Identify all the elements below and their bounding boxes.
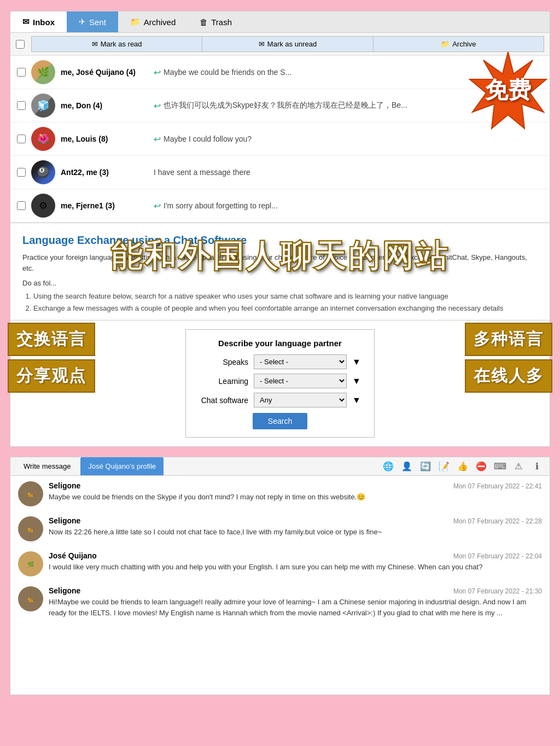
tab-sent[interactable]: ✈ Sent <box>67 11 118 32</box>
tab-archived[interactable]: 📁 Archived <box>118 11 188 32</box>
chat-msg-header-2: Seligone Mon 07 February 2022 - 22:28 <box>49 516 542 525</box>
chat-tab-group: Write message José Quijano's profile <box>16 457 164 475</box>
tab-inbox[interactable]: ✉ Inbox <box>10 11 67 32</box>
chat-time-3: Mon 07 February 2022 - 22:04 <box>453 552 542 560</box>
reply-icon-5: ↩ <box>154 201 161 211</box>
avatar-3: 🌺 <box>31 127 55 151</box>
select-all-checkbox[interactable] <box>16 40 25 49</box>
chat-text-3: I would like very much chatting with you… <box>49 562 542 573</box>
chat-message-4: 🐆 Seligone Mon 07 February 2022 - 21:30 … <box>18 586 542 618</box>
from-3: me, Louis (8) <box>61 135 148 143</box>
mark-read-icon: ✉ <box>92 40 98 48</box>
chat-sender-2: Seligone <box>49 516 80 525</box>
chat-msg-body-1: Seligone Mon 07 February 2022 - 22:41 Ma… <box>49 481 542 503</box>
inbox-message-row[interactable]: 🎱 Ant22, me (3) I have sent a message th… <box>10 156 550 189</box>
block-icon-btn[interactable]: ⛔ <box>474 459 488 474</box>
chat-msg-header-3: José Quijano Mon 07 February 2022 - 22:0… <box>49 551 542 560</box>
lang-steps: Using the search feature below, search f… <box>22 290 538 314</box>
tab-jose-profile[interactable]: José Quijano's profile <box>80 457 164 475</box>
info-icon-btn[interactable]: ℹ <box>530 459 544 474</box>
learning-select[interactable]: - Select - English Chinese Spanish <box>254 374 347 388</box>
preview-5: ↩ I'm sorry about forgetting to repl... <box>154 201 278 211</box>
chat-software-select[interactable]: Any Skype Hangouts <box>254 393 347 407</box>
preview-4: I have sent a message there <box>154 168 250 177</box>
chat-msg-body-3: José Quijano Mon 07 February 2022 - 22:0… <box>49 551 542 573</box>
warning-icon-btn[interactable]: ⚠ <box>511 459 526 474</box>
chat-avatar-2: 🐆 <box>18 516 43 541</box>
trash-icon: 🗑 <box>200 18 208 27</box>
search-button[interactable]: Search <box>253 413 307 429</box>
reply-icon-2: ↩ <box>154 101 161 111</box>
chat-avatar-3: 🌿 <box>18 551 43 576</box>
archive-icon: 📁 <box>130 17 141 27</box>
row-checkbox-3[interactable] <box>17 135 26 143</box>
search-form: Describe your language partner Speaks - … <box>185 329 375 438</box>
lang-step-1: Using the search feature below, search f… <box>33 290 538 302</box>
chat-sender-3: José Quijano <box>49 551 97 560</box>
reply-icon-3: ↩ <box>154 134 161 144</box>
tab-write-message[interactable]: Write message <box>16 457 78 475</box>
reply-icon-1: ↩ <box>154 67 161 78</box>
edit-icon-btn[interactable]: 📝 <box>437 459 451 474</box>
inbox-toolbar: ✉ Mark as read ✉ Mark as unread 📁 Archiv… <box>10 33 550 56</box>
row-checkbox-5[interactable] <box>17 201 26 210</box>
from-5: me, Fjerne1 (3) <box>61 201 148 210</box>
chat-msg-body-4: Seligone Mon 07 February 2022 - 21:30 Hi… <box>49 586 542 618</box>
search-form-title: Describe your language partner <box>199 339 361 348</box>
chat-message-1: 🐆 Seligone Mon 07 February 2022 - 22:41 … <box>18 481 542 506</box>
chat-text-1: Maybe we could be friends on the Skype i… <box>49 492 542 503</box>
chat-software-row: Chat software Any Skype Hangouts ▼ <box>199 393 361 407</box>
software-dropdown-icon: ▼ <box>352 395 361 405</box>
lang-do-as: Do as fol... <box>22 279 538 287</box>
chat-sender-1: Seligone <box>49 481 80 490</box>
chat-text-4: Hi!Maybe we could be friends to learn la… <box>49 597 542 618</box>
tab-trash[interactable]: 🗑 Trash <box>188 11 244 32</box>
learning-label: Learning <box>199 377 248 386</box>
row-checkbox-4[interactable] <box>17 168 26 177</box>
chat-sender-4: Seligone <box>49 586 80 595</box>
inbox-section: ✉ Inbox ✈ Sent 📁 Archived 🗑 Trash ✉ Mark… <box>10 11 550 223</box>
archive-button[interactable]: 📁 Archive <box>373 36 544 52</box>
chat-messages-container: 🐆 Seligone Mon 07 February 2022 - 22:41 … <box>10 476 550 695</box>
chat-time-4: Mon 07 February 2022 - 21:30 <box>453 587 542 595</box>
chat-action-icons: 🌐 👤 🔄 📝 👍 ⛔ ⌨ ⚠ ℹ <box>381 459 544 474</box>
row-checkbox-2[interactable] <box>17 101 26 110</box>
avatar-2: 🧊 <box>31 94 55 118</box>
learning-row: Learning - Select - English Chinese Span… <box>199 374 361 388</box>
preview-3: ↩ Maybe I could follow you? <box>154 134 252 144</box>
user-icon-btn[interactable]: 👤 <box>400 459 414 474</box>
chat-software-label: Chat software <box>199 396 248 405</box>
inbox-message-row[interactable]: 🧊 me, Don (4) ↩ 也许我们可以先成为Skype好友？我所在的地方现… <box>10 89 550 123</box>
mark-read-button[interactable]: ✉ Mark as read <box>31 36 202 52</box>
chat-tabs-bar: Write message José Quijano's profile 🌐 👤… <box>10 457 550 476</box>
inbox-message-row[interactable]: 🌺 me, Louis (8) ↩ Maybe I could follow y… <box>10 123 550 156</box>
chat-text-2: Now its 22:26 here,a little late so I co… <box>49 527 542 538</box>
lang-step-2: Exchange a few messages with a couple of… <box>33 302 538 314</box>
row-checkbox-1[interactable] <box>17 68 26 77</box>
inbox-message-row[interactable]: 🌿 me, José Quijano (4) ↩ Maybe we could … <box>10 56 550 89</box>
chat-section: Write message José Quijano's profile 🌐 👤… <box>10 457 550 695</box>
like-icon-btn[interactable]: 👍 <box>456 459 470 474</box>
archive-btn-icon: 📁 <box>441 40 450 48</box>
chat-msg-header-1: Seligone Mon 07 February 2022 - 22:41 <box>49 481 542 490</box>
chat-time-1: Mon 07 February 2022 - 22:41 <box>453 482 542 490</box>
language-exchange-section: Language Exchange using a Chat Software … <box>10 223 550 320</box>
lang-exchange-desc: Practice your foreign language by chatti… <box>22 252 538 273</box>
chat-avatar-1: 🐆 <box>18 481 43 506</box>
learning-dropdown-icon: ▼ <box>352 376 361 386</box>
speaks-dropdown-icon: ▼ <box>352 357 361 367</box>
inbox-message-row[interactable]: ⚙ me, Fjerne1 (3) ↩ I'm sorry about forg… <box>10 189 550 223</box>
chat-msg-body-2: Seligone Mon 07 February 2022 - 22:28 No… <box>49 516 542 538</box>
speaks-select[interactable]: - Select - English Chinese Spanish <box>254 354 347 369</box>
keyboard-icon-btn[interactable]: ⌨ <box>493 459 507 474</box>
refresh-icon-btn[interactable]: 🔄 <box>418 459 433 474</box>
mark-unread-button[interactable]: ✉ Mark as unread <box>202 36 372 52</box>
speaks-label: Speaks <box>199 358 248 366</box>
chat-message-3: 🌿 José Quijano Mon 07 February 2022 - 22… <box>18 551 542 576</box>
avatar-1: 🌿 <box>31 60 55 84</box>
inbox-icon: ✉ <box>22 17 30 27</box>
globe-icon-btn[interactable]: 🌐 <box>381 459 395 474</box>
preview-1: ↩ Maybe we could be friends on the S... <box>154 67 291 78</box>
preview-2: ↩ 也许我们可以先成为Skype好友？我所在的地方现在已经是晚上了，Be... <box>154 101 407 111</box>
avatar-4: 🎱 <box>31 160 55 184</box>
